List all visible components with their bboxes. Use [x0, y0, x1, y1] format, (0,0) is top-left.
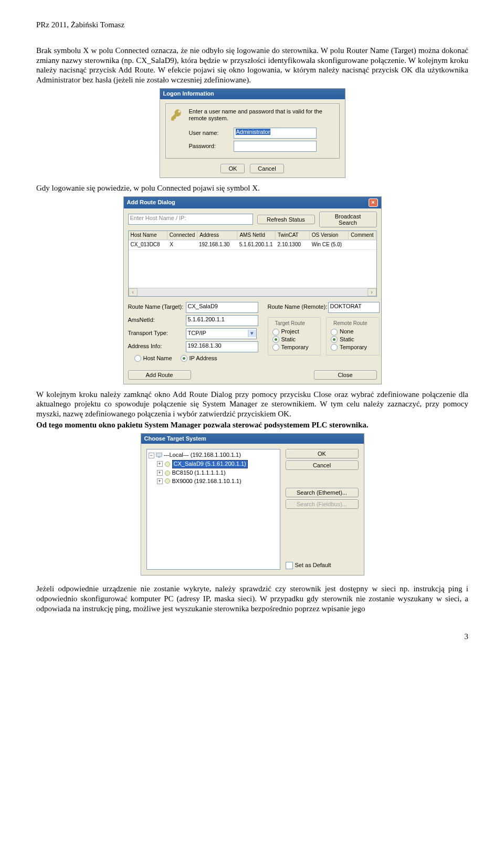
tree-node-local[interactable]: − ---Local--- (192.168.1.100.1.1) [149, 451, 278, 459]
svg-rect-0 [156, 453, 162, 457]
remote-route-none[interactable]: None [331, 328, 375, 336]
remote-route-temporary[interactable]: Temporary [331, 344, 375, 351]
route-name-target-input[interactable]: CX_SalaD9 [186, 302, 258, 313]
device-icon [164, 478, 171, 484]
page-number: 3 [36, 632, 468, 642]
search-fieldbus-button: Search (Fieldbus)... [286, 499, 359, 509]
logon-information-dialog: Logon Information Enter a user name and … [160, 88, 345, 178]
target-route-static[interactable]: Static [272, 336, 317, 343]
username-input[interactable]: Administrator [234, 128, 317, 139]
amsnetid-label: AmsNetId: [128, 317, 186, 324]
set-as-default-checkbox[interactable]: Set as Default [286, 562, 359, 569]
svg-point-4 [165, 479, 170, 484]
tree-node-bx9000[interactable]: + BX9000 (192.168.1.10.1.1) [149, 477, 278, 486]
collapse-icon[interactable]: − [149, 453, 154, 458]
route-name-remote-input[interactable]: DOKTORAT [328, 302, 380, 313]
device-icon [164, 461, 171, 467]
expand-icon[interactable]: + [157, 461, 163, 467]
close-icon[interactable]: × [369, 198, 378, 207]
ip-address-radio[interactable]: IP Address [181, 355, 217, 362]
username-label: User name: [189, 130, 234, 137]
transport-type-select[interactable]: TCP/IP▾ [186, 328, 257, 339]
add-route-title-bar: Add Route Dialog × [124, 197, 381, 208]
key-icon [170, 108, 184, 122]
add-route-title: Add Route Dialog [127, 199, 175, 206]
cts-cancel-button[interactable]: Cancel [286, 461, 359, 470]
add-route-button[interactable]: Add Route [128, 370, 191, 380]
amsnetid-input[interactable]: 5.1.61.200.1.1 [186, 315, 258, 326]
close-button[interactable]: Close [314, 370, 377, 380]
password-label: Password: [189, 143, 234, 150]
tree-node-cx-salad9[interactable]: + CX_SalaD9 (5.1.61.200.1.1) [149, 459, 278, 469]
address-info-label: Address Info: [128, 343, 186, 350]
target-route-temporary[interactable]: Temporary [272, 344, 317, 351]
device-icon [164, 470, 171, 476]
cts-title-bar: Choose Target System [141, 434, 364, 444]
paragraph-2: Gdy logowanie się powiedzie, w polu Conn… [36, 183, 468, 193]
document-header: PRz 2011, Żabiński Tomasz [36, 20, 468, 30]
tree-node-bc8150[interactable]: + BC8150 (1.1.1.1.1.1) [149, 469, 278, 477]
svg-point-3 [165, 470, 170, 475]
route-name-remote-label: Route Name (Remote): [268, 304, 328, 311]
cts-ok-button[interactable]: OK [286, 449, 359, 458]
host-ip-input[interactable]: Enter Host Name / IP: [128, 214, 253, 225]
address-info-input[interactable]: 192.168.1.30 [186, 341, 258, 352]
svg-rect-1 [158, 457, 160, 458]
search-ethernet-button[interactable]: Search (Ethernet)... [286, 488, 359, 497]
paragraph-3b: Od tego momentu okno pakietu System Mana… [36, 420, 468, 430]
paragraph-4: Jeżeli odpowiednie urządzenie nie zostan… [36, 584, 468, 613]
host-list[interactable]: Host Name Connected Address AMS NetId Tw… [128, 231, 377, 297]
ok-button[interactable]: OK [220, 164, 245, 173]
expand-icon[interactable]: + [157, 470, 163, 476]
target-route-group: Target Route Project Static Temporary [268, 317, 321, 355]
expand-icon[interactable]: + [157, 478, 163, 484]
route-name-target-label: Route Name (Target): [128, 304, 186, 311]
add-route-dialog: Add Route Dialog × Enter Host Name / IP:… [123, 196, 382, 384]
paragraph-3: W kolejnym kroku należy zamknąć okno Add… [36, 390, 468, 419]
cts-title: Choose Target System [144, 435, 206, 443]
remote-route-group: Remote Route None Static Temporary [326, 317, 380, 355]
host-name-radio[interactable]: Host Name [134, 355, 172, 362]
svg-point-2 [165, 462, 170, 466]
target-tree[interactable]: − ---Local--- (192.168.1.100.1.1) + CX_S… [146, 449, 280, 570]
logon-title: Logon Information [163, 90, 214, 98]
target-route-project[interactable]: Project [272, 328, 317, 336]
password-input[interactable] [234, 141, 317, 152]
scrollbar-horizontal[interactable]: ‹› [129, 288, 376, 296]
logon-title-bar: Logon Information [160, 89, 345, 99]
list-row[interactable]: CX_013DC8 X 192.168.1.30 5.1.61.200.1.1 … [129, 240, 376, 250]
refresh-status-button[interactable]: Refresh Status [257, 215, 315, 224]
broadcast-search-button[interactable]: Broadcast Search [319, 212, 377, 227]
logon-hint: Enter a user name and password that is v… [189, 108, 335, 123]
remote-route-static[interactable]: Static [331, 336, 375, 343]
paragraph-1: Brak symbolu X w polu Connected oznacza,… [36, 46, 468, 85]
choose-target-system-dialog: Choose Target System − ---Local--- (192.… [141, 433, 364, 576]
list-header: Host Name Connected Address AMS NetId Tw… [129, 231, 376, 241]
transport-type-label: Transport Type: [128, 330, 186, 337]
computer-icon [156, 452, 162, 458]
cancel-button[interactable]: Cancel [250, 164, 284, 173]
